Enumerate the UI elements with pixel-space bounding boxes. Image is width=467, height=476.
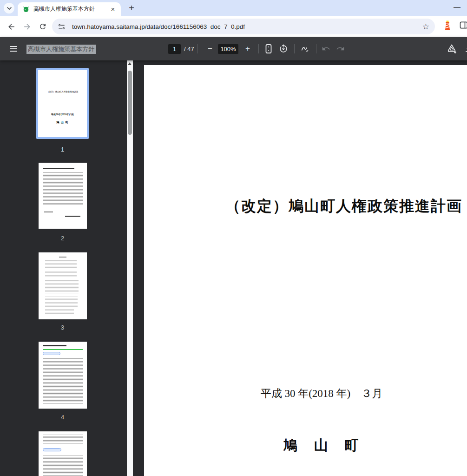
toolbar-divider [316,44,316,53]
sidebar-scrollbar[interactable] [127,60,133,476]
url-text[interactable]: town.hatoyama.saitama.jp/data/doc/166115… [72,23,422,30]
site-settings-icon[interactable] [58,23,66,31]
favicon-hatoyama-icon [22,6,30,13]
zoom-in-button[interactable]: + [242,43,253,54]
redo-button[interactable] [335,43,346,54]
scrollbar-thumb[interactable] [128,71,132,135]
reload-icon [39,22,47,31]
new-tab-button[interactable]: + [125,2,138,14]
annotate-button[interactable] [300,43,311,54]
thumb-toc-lines [45,260,77,268]
fit-page-icon [264,44,273,54]
reload-button[interactable] [37,21,48,32]
thumb-text-lines [43,358,83,404]
thumb-text-lines [43,172,83,205]
thumbnail-page-number: 3 [36,324,89,331]
window-minimize-button[interactable]: — [451,2,463,12]
tab-close-icon[interactable]: × [109,5,117,13]
thumb-toc-lines [45,271,77,278]
undo-button[interactable] [321,43,332,54]
pdf-page-1[interactable]: （改定）鳩山町人権政策推進計画 平成 30 年(2018 年) ３月 鳩 山 町 [144,65,467,476]
fit-page-button[interactable] [263,43,274,54]
rotate-button[interactable] [278,43,289,54]
side-panel-icon[interactable] [459,20,467,30]
document-cover-title: （改定）鳩山町人権政策推進計画 [144,196,467,217]
thumbnail-page-number: 2 [36,235,89,242]
tab-title: 高槻市人権施策基本方針 [33,5,109,13]
thumb1-title: （改定）鳩山町人権政策推進計画 [38,91,87,93]
thumb-toc-lines [45,309,74,315]
thumbnail-page-2[interactable] [39,163,87,229]
thumb-toc-title [59,257,67,258]
toolbar-divider [197,44,197,53]
pdf-document-title[interactable]: 高槻市人権施策基本方針 [26,45,96,54]
thumbnail-page-5[interactable] [39,431,87,476]
hamburger-menu-icon [9,46,18,52]
pdf-toolbar: 高槻市人権施策基本方針 / 47 − 100% + [0,37,467,60]
thumb-date-line [44,212,53,212]
address-bar[interactable]: town.hatoyama.saitama.jp/data/doc/166115… [52,19,435,34]
thumb1-author: 鳩 山 町 [38,120,87,125]
thumb-text-lines [43,456,83,476]
zoom-out-button[interactable]: − [204,43,216,54]
redo-icon [335,44,345,53]
pen-squiggle-icon [300,44,310,54]
pdf-content-area: （改定）鳩山町人権政策推進計画 平成30年(2018年) 3月 鳩 山 町 1 … [0,60,467,476]
thumb-toc-lines [45,297,78,307]
chevron-down-icon [7,6,12,11]
more-actions-button[interactable] [463,43,467,54]
extensions-area [442,20,467,33]
thumbnail-page-1[interactable]: （改定）鳩山町人権政策推進計画 平成30年(2018年) 3月 鳩 山 町 [38,70,87,137]
scrollbar-up-arrow-icon[interactable] [128,62,132,65]
thumbnail-page-3[interactable] [39,252,87,319]
save-annotated-button[interactable] [446,43,457,54]
thumbnail-page-number: 1 [36,146,89,153]
thumb-heading-line [43,168,74,169]
thumbnail-page-number: 4 [36,414,89,421]
arrow-forward-icon [23,22,32,31]
thumb-green-rule [43,349,82,350]
arrow-back-icon [7,22,16,31]
back-button[interactable] [6,21,17,32]
forward-button[interactable] [21,21,33,32]
document-cover-date: 平成 30 年(2018 年) ３月 [144,386,467,401]
page-number-input[interactable] [168,44,181,54]
document-cover-author: 鳩 山 町 [144,436,467,455]
thumb-section-pill [43,352,60,355]
page-total-label: / 47 [184,46,194,53]
bookmark-star-icon[interactable]: ☆ [422,22,429,32]
browser-window: 高槻市人権施策基本方針 × + — town.hatoyama.saitama.… [0,0,467,476]
thumb1-date: 平成30年(2018年) 3月 [38,113,87,116]
thumbnail-selected-highlight: （改定）鳩山町人権政策推進計画 平成30年(2018年) 3月 鳩 山 町 [36,68,89,139]
toolbar-divider [258,44,259,53]
zoom-level-display[interactable]: 100% [218,44,238,54]
navigation-bar: town.hatoyama.saitama.jp/data/doc/166115… [0,16,467,37]
thumbnail-page-4[interactable] [39,342,87,409]
undo-icon [322,44,331,53]
thumb-section-pill [43,448,61,451]
toolbar-divider [294,44,295,53]
tab-active[interactable]: 高槻市人権施策基本方針 × [18,2,121,16]
rotate-counterclockwise-icon [278,44,289,54]
thumb-signature-line [65,216,80,217]
lighthouse-extension-icon[interactable] [442,20,453,31]
save-triangle-plus-icon [446,43,457,54]
thumb-toc-lines [45,280,79,294]
tab-search-button[interactable] [4,3,14,13]
thumb-heading-line [43,345,66,346]
pdf-menu-button[interactable] [8,43,19,54]
thumb-text-lines [43,435,83,444]
download-icon [464,44,467,53]
tab-strip: 高槻市人権施策基本方針 × + — [0,0,467,16]
